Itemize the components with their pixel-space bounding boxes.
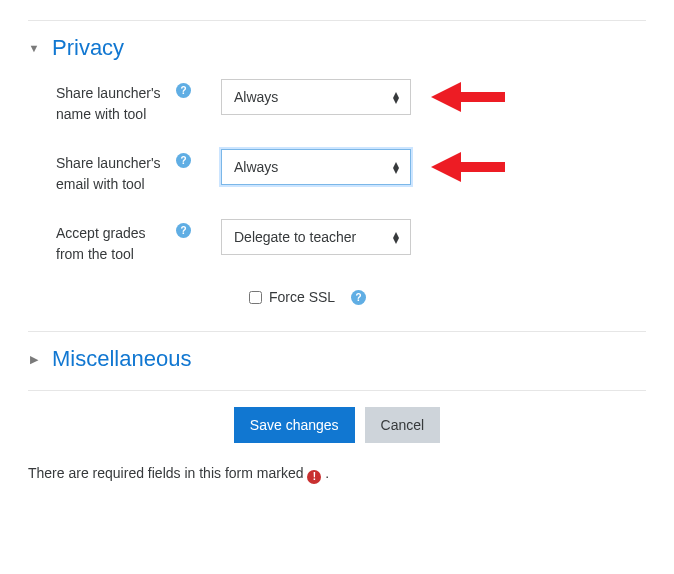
share-name-select-wrap: Always ▴▾ [221, 79, 411, 115]
force-ssl-checkbox[interactable] [249, 291, 262, 304]
footer-tail: . [325, 465, 329, 481]
share-email-label: Share launcher's email with tool [56, 153, 166, 195]
svg-marker-1 [431, 82, 461, 112]
annotation-arrow-icon [431, 80, 505, 114]
required-icon: ! [307, 470, 321, 484]
misc-bottom-divider [28, 390, 646, 391]
top-divider [28, 20, 646, 21]
misc-title[interactable]: Miscellaneous [52, 346, 191, 372]
share-email-select[interactable]: Always [221, 149, 411, 185]
share-name-label: Share launcher's name with tool [56, 83, 166, 125]
share-name-row: Share launcher's name with tool ? Always… [28, 79, 646, 125]
save-button[interactable]: Save changes [234, 407, 355, 443]
cancel-button[interactable]: Cancel [365, 407, 441, 443]
svg-rect-0 [455, 92, 505, 102]
privacy-bottom-divider [28, 331, 646, 332]
force-ssl-row: Force SSL ? [249, 289, 646, 305]
force-ssl-label: Force SSL [269, 289, 335, 305]
help-icon[interactable]: ? [176, 83, 191, 98]
button-row: Save changes Cancel [28, 407, 646, 443]
footer-note: There are required fields in this form m… [28, 465, 646, 484]
accept-grades-select-wrap: Delegate to teacher ▴▾ [221, 219, 411, 255]
share-email-row: Share launcher's email with tool ? Alway… [28, 149, 646, 195]
annotation-arrow-icon [431, 150, 505, 184]
accept-grades-label: Accept grades from the tool [56, 223, 166, 265]
accept-grades-select[interactable]: Delegate to teacher [221, 219, 411, 255]
collapse-icon: ▼ [28, 42, 40, 54]
svg-rect-2 [455, 162, 505, 172]
help-icon[interactable]: ? [176, 153, 191, 168]
privacy-title[interactable]: Privacy [52, 35, 124, 61]
footer-text: There are required fields in this form m… [28, 465, 303, 481]
share-email-select-wrap: Always ▴▾ [221, 149, 411, 185]
accept-grades-row: Accept grades from the tool ? Delegate t… [28, 219, 646, 265]
svg-marker-3 [431, 152, 461, 182]
help-icon[interactable]: ? [176, 223, 191, 238]
misc-header[interactable]: ▶ Miscellaneous [28, 346, 646, 372]
share-name-select[interactable]: Always [221, 79, 411, 115]
expand-icon: ▶ [28, 353, 40, 366]
help-icon[interactable]: ? [351, 290, 366, 305]
privacy-header[interactable]: ▼ Privacy [28, 35, 646, 61]
